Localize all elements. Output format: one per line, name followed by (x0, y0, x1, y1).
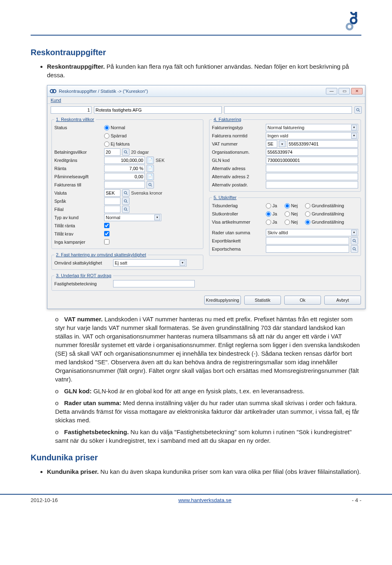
radio-status-sparrad[interactable]: Spärrad (104, 133, 127, 139)
footer-date: 2012-10-16 (31, 497, 58, 503)
faktureringstyp-select[interactable]: Normal fakturering▾ (266, 124, 358, 131)
label-visa-artnr: Visa artikelnummer (212, 220, 264, 224)
fastighetsbeteckning-input[interactable] (113, 280, 195, 287)
exportblankett-lookup[interactable] (351, 237, 358, 244)
label-orgnr: Organisationsnum. (212, 150, 264, 155)
label-tillat-ranta: Tillåt ränta (54, 223, 102, 228)
tidsunderlag-grund[interactable]: Grundinställning (305, 203, 344, 209)
ok-button[interactable]: Ok (284, 296, 321, 305)
kp-bold: Kundunika priser. (47, 468, 99, 475)
svg-point-10 (124, 191, 127, 194)
alt-postadr-input[interactable] (266, 181, 358, 188)
tillat-krav-checkbox[interactable] (104, 231, 109, 237)
exportschema-input[interactable] (266, 245, 349, 253)
menu-kund[interactable]: Kund (51, 98, 61, 103)
svg-point-0 (347, 24, 352, 29)
group-utskrifter: 5. Utskrifter Tidsunderlag Ja Nej Grundi… (209, 195, 361, 256)
visaartnr-grund[interactable]: Grundinställning (305, 220, 344, 225)
maximize-button[interactable]: ▭ (339, 88, 350, 94)
radio-status-normal[interactable]: Normal (104, 125, 125, 130)
kp-text: Nu kan du även skapa kundunika priser so… (99, 468, 361, 475)
minimize-button[interactable]: — (326, 88, 337, 94)
vat-prefix-dropdown[interactable]: ▾ (279, 141, 285, 147)
kund-lookup-button[interactable] (354, 106, 362, 114)
footer-site-link[interactable]: www.hantverksdata.se (178, 497, 232, 503)
heading-kundunika: Kundunika priser (31, 453, 361, 462)
inga-kampanjer-checkbox[interactable] (104, 239, 109, 245)
typavkund-select[interactable]: Normal▾ (104, 214, 161, 221)
ranta-input[interactable] (104, 165, 145, 172)
tidsunderlag-ja[interactable]: Ja (266, 203, 277, 209)
label-typavkund: Typ av kund (54, 215, 102, 220)
paminnelseavgift-input[interactable] (104, 173, 145, 180)
exportblankett-input[interactable] (266, 237, 349, 244)
sprak-lookup[interactable] (122, 197, 129, 205)
svg-point-18 (353, 247, 355, 250)
label-alt-adress: Alternativ adress (212, 166, 264, 171)
paminnelse-edit[interactable]: 📄 (147, 173, 154, 180)
svg-point-14 (124, 208, 127, 210)
alt-adress2-input[interactable] (266, 173, 358, 180)
valuta-lookup[interactable] (122, 189, 129, 197)
betalningsvillkor-input[interactable] (104, 148, 120, 156)
ranta-edit[interactable]: 📄 (147, 165, 154, 172)
action-row: Kreditupplysning Statistik Ok Avbryt (47, 292, 365, 309)
label-fastighetsbeteckning: Fastighetsbeteckning (54, 281, 111, 286)
chevron-down-icon: ▾ (351, 125, 357, 130)
slutkontroller-nej[interactable]: Nej (285, 211, 298, 217)
filial-lookup[interactable] (122, 206, 129, 213)
legend-rot: 3. Underlag för ROT avdrag (54, 273, 113, 278)
filial-input[interactable] (104, 206, 120, 213)
svg-point-1 (351, 18, 356, 23)
kreditupplysning-button[interactable]: Kreditupplysning (204, 296, 241, 305)
label-inga-kampanjer: Inga kampanjer (54, 240, 102, 244)
label-exportblankett: Exportblankett (212, 238, 264, 243)
label-filial: Filial (54, 207, 102, 212)
app-icon (50, 88, 56, 94)
valuta-input[interactable] (104, 189, 120, 197)
menu-bar: Kund (47, 97, 365, 104)
vat-prefix-input[interactable] (266, 140, 277, 148)
label-tidsunderlag: Tidsunderlag (212, 203, 264, 208)
kund-extra-input[interactable] (224, 106, 352, 114)
footer-page: - 4 - (352, 497, 361, 503)
kund-id-input[interactable] (51, 106, 91, 114)
window-title: Reskontrauppgifter / Statistik -> ("Kure… (59, 89, 326, 94)
avbryt-button[interactable]: Avbryt (324, 296, 361, 305)
exportschema-lookup[interactable] (351, 245, 358, 253)
alt-adress-input[interactable] (266, 165, 358, 172)
close-button[interactable]: ✕ (351, 88, 363, 94)
faktureras-till-lookup[interactable] (147, 181, 154, 188)
kreditgrans-cur: SEK (156, 158, 165, 163)
label-gln: GLN kod (212, 158, 264, 163)
gln-input[interactable] (266, 157, 358, 164)
omvand-select[interactable]: Ej satt▾ (113, 259, 187, 267)
app-window: Reskontrauppgifter / Statistik -> ("Kure… (47, 85, 365, 309)
radio-status-ejfaktura[interactable]: Ej faktura (104, 141, 129, 147)
legend-fakturering: 4. Fakturering (212, 117, 243, 122)
sprak-input[interactable] (104, 197, 120, 205)
vat-number-input[interactable] (287, 140, 358, 148)
label-faktureringstyp: Faktureringstyp (212, 125, 264, 130)
page-footer: 2012-10-16 www.hantverksdata.se - 4 - (0, 495, 392, 516)
fakturera-normtid-select[interactable]: Ingen vald▾ (266, 132, 358, 139)
orgnr-input[interactable] (266, 148, 358, 156)
intro-bullet: Reskontrauppgifter. På kunden kan flera … (47, 62, 361, 79)
label-alt-adress2: Alternativ adress 2 (212, 174, 264, 179)
visaartnr-nej[interactable]: Nej (285, 220, 298, 225)
visaartnr-ja[interactable]: Ja (266, 220, 277, 225)
betalningsvillkor-lookup[interactable] (122, 148, 129, 156)
kund-name-input[interactable] (94, 106, 222, 114)
slutkontroller-ja[interactable]: Ja (266, 211, 277, 217)
svg-line-9 (151, 186, 152, 187)
tillat-ranta-checkbox[interactable] (104, 223, 109, 229)
statistik-button[interactable]: Statistik (244, 296, 281, 305)
chevron-down-icon: ▾ (154, 215, 160, 220)
tidsunderlag-nej[interactable]: Nej (285, 203, 298, 209)
svg-point-4 (356, 108, 359, 111)
faktureras-till-input[interactable] (104, 181, 145, 188)
slutkontroller-grund[interactable]: Grundinställning (305, 211, 344, 217)
kreditgrans-edit[interactable]: 📄 (147, 157, 154, 164)
rader-utan-summa-select[interactable]: Skriv alltid▾ (266, 229, 358, 236)
kreditgrans-input[interactable] (104, 157, 145, 164)
